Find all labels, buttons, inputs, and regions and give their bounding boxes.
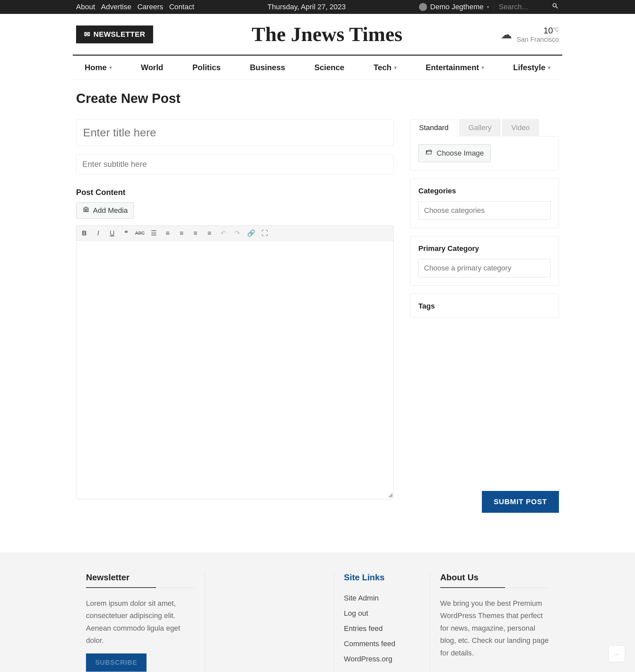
chevron-down-icon: ▾ (548, 65, 550, 70)
post-title-input[interactable] (76, 119, 394, 146)
sidebar-column: Standard Gallery Video Choose Image Cate… (410, 119, 559, 513)
post-subtitle-input[interactable] (76, 154, 394, 174)
submit-post-button[interactable]: SUBMIT POST (482, 491, 559, 513)
editor-toolbar: B I U ❝ ABC ☰ ≡ ≡ ≡ ≡ ↶ ↷ 🔗 ⛶ (76, 226, 393, 241)
editor-textarea[interactable]: ◢ (76, 241, 393, 499)
add-media-button[interactable]: Add Media (76, 202, 134, 219)
tags-label: Tags (418, 302, 551, 311)
newsletter-label: NEWSLETTER (94, 30, 146, 39)
tags-panel: Tags (410, 294, 559, 317)
categories-input[interactable] (418, 201, 551, 220)
link-site-admin[interactable]: Site Admin (344, 591, 420, 606)
choose-image-label: Choose Image (437, 149, 484, 158)
fullscreen-button[interactable]: ⛶ (260, 228, 269, 238)
align-center-button[interactable]: ≡ (191, 228, 200, 238)
chevron-down-icon: ▾ (394, 65, 397, 70)
topbar-link-careers[interactable]: Careers (137, 3, 163, 11)
weather-temp: 10 (543, 25, 553, 36)
link-wordpress[interactable]: WordPress.org (344, 651, 420, 667)
resize-handle-icon[interactable]: ◢ (388, 491, 393, 498)
italic-button[interactable]: I (94, 228, 103, 238)
tab-standard[interactable]: Standard (410, 119, 457, 136)
nav-lifestyle[interactable]: Lifestyle▾ (505, 56, 559, 80)
undo-button[interactable]: ↶ (219, 228, 228, 238)
scroll-to-top-button[interactable]: ︿ (609, 646, 625, 662)
chevron-up-icon: ︿ (614, 650, 619, 657)
align-right-button[interactable]: ≡ (205, 228, 214, 238)
add-media-label: Add Media (93, 206, 128, 215)
tab-video[interactable]: Video (502, 119, 539, 136)
topbar-link-contact[interactable]: Contact (169, 3, 194, 11)
categories-panel: Categories (410, 178, 559, 228)
chevron-down-icon: ▾ (487, 4, 489, 9)
footer: Newsletter Lorem ipsum dolor sit amet, c… (0, 552, 635, 672)
redo-button[interactable]: ↷ (233, 228, 242, 238)
link-comments-feed[interactable]: Comments feed (344, 636, 420, 651)
svg-point-0 (85, 209, 87, 211)
primary-category-label: Primary Category (418, 244, 551, 253)
chevron-down-icon: ▾ (482, 65, 484, 70)
weather-unit: °C (553, 26, 559, 32)
link-button[interactable]: 🔗 (246, 228, 256, 238)
site-logo[interactable]: The Jnews Times (153, 22, 501, 46)
search-icon[interactable] (552, 2, 559, 12)
topbar-links: About Advertise Careers Contact (76, 3, 194, 11)
primary-category-input[interactable] (418, 259, 551, 277)
align-left-button[interactable]: ≡ (177, 228, 186, 238)
site-links-title: Site Links (344, 572, 420, 583)
quote-button[interactable]: ❝ (122, 228, 131, 238)
content-editor: B I U ❝ ABC ☰ ≡ ≡ ≡ ≡ ↶ ↷ 🔗 ⛶ ◢ (76, 226, 394, 499)
primary-category-panel: Primary Category (410, 236, 559, 286)
newsletter-button[interactable]: ✉ NEWSLETTER (76, 25, 153, 43)
nav-home[interactable]: Home▾ (76, 56, 121, 80)
editor-column: Post Content Add Media B I U ❝ ABC ☰ ≡ ≡… (76, 119, 394, 513)
subscribe-button[interactable]: SUBSCRIBE (86, 653, 147, 672)
page-title: Create New Post (73, 80, 562, 106)
footer-site-links: Site Links Site Admin Log out Entries fe… (334, 572, 430, 672)
content-label: Post Content (76, 188, 394, 197)
topbar-date: Thursday, April 27, 2023 (194, 3, 419, 11)
nav-business[interactable]: Business (241, 56, 294, 80)
media-icon (82, 206, 90, 215)
user-menu[interactable]: Demo Jegtheme ▾ (419, 3, 489, 11)
nav-entertainment[interactable]: Entertainment▾ (417, 56, 492, 80)
chevron-down-icon: ▾ (109, 65, 112, 70)
underline-button[interactable]: U (108, 228, 117, 238)
footer-about-text: We bring you the best Premium WordPress … (440, 597, 549, 659)
footer-empty (205, 572, 334, 672)
folder-open-icon (425, 149, 433, 158)
topbar-link-about[interactable]: About (76, 3, 95, 11)
search-input[interactable] (499, 3, 552, 11)
ol-button[interactable]: ≡ (163, 228, 172, 238)
image-panel: Choose Image (410, 136, 559, 170)
topbar: About Advertise Careers Contact Thursday… (0, 0, 635, 14)
nav-politics[interactable]: Politics (184, 56, 229, 80)
footer-about-title: About Us (440, 572, 505, 588)
nav-science[interactable]: Science (306, 56, 353, 80)
nav-tech[interactable]: Tech▾ (365, 56, 405, 80)
footer-newsletter-title: Newsletter (86, 572, 156, 588)
tab-gallery[interactable]: Gallery (459, 119, 500, 136)
footer-newsletter: Newsletter Lorem ipsum dolor sit amet, c… (76, 572, 205, 672)
avatar (419, 3, 427, 11)
strike-button[interactable]: ABC (135, 228, 145, 238)
cloud-icon: ☁ (501, 28, 512, 41)
header: ✉ NEWSLETTER The Jnews Times ☁ 10°C San … (73, 14, 562, 55)
envelope-icon: ✉ (84, 30, 90, 39)
footer-newsletter-text: Lorem ipsum dolor sit amet, consectetuer… (86, 597, 195, 647)
weather-widget: ☁ 10°C San Francisco (501, 25, 559, 43)
format-tabs: Standard Gallery Video (410, 119, 559, 136)
nav-world[interactable]: World (132, 56, 172, 80)
link-entries-feed[interactable]: Entries feed (344, 621, 420, 636)
bold-button[interactable]: B (80, 228, 89, 238)
topbar-link-advertise[interactable]: Advertise (101, 3, 132, 11)
weather-city: San Francisco (517, 36, 559, 43)
user-name: Demo Jegtheme (430, 3, 483, 11)
link-log-out[interactable]: Log out (344, 606, 420, 621)
ul-button[interactable]: ☰ (149, 228, 158, 238)
categories-label: Categories (418, 187, 551, 195)
choose-image-button[interactable]: Choose Image (418, 144, 491, 162)
main-nav: Home▾ World Politics Business Science Te… (73, 55, 562, 80)
footer-about: About Us We bring you the best Premium W… (430, 572, 559, 672)
